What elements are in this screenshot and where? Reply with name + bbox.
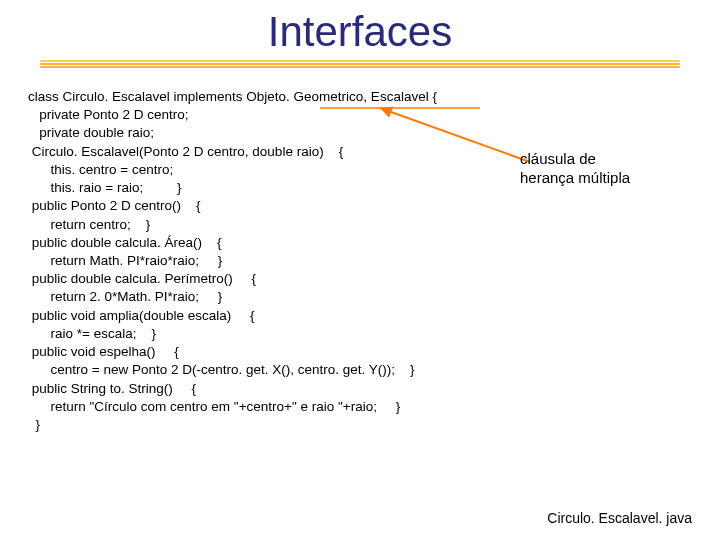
slide-title: Interfaces: [0, 8, 720, 56]
annotation-line-1: cláusula de: [520, 150, 596, 167]
source-filename: Circulo. Escalavel. java: [547, 510, 692, 526]
slide-content: class Circulo. Escalavel implements Obje…: [0, 88, 720, 434]
annotation-label: cláusula de herança múltipla: [520, 150, 630, 188]
code-block: class Circulo. Escalavel implements Obje…: [28, 88, 692, 434]
title-underline: [40, 60, 680, 70]
annotation-line-2: herança múltipla: [520, 169, 630, 186]
